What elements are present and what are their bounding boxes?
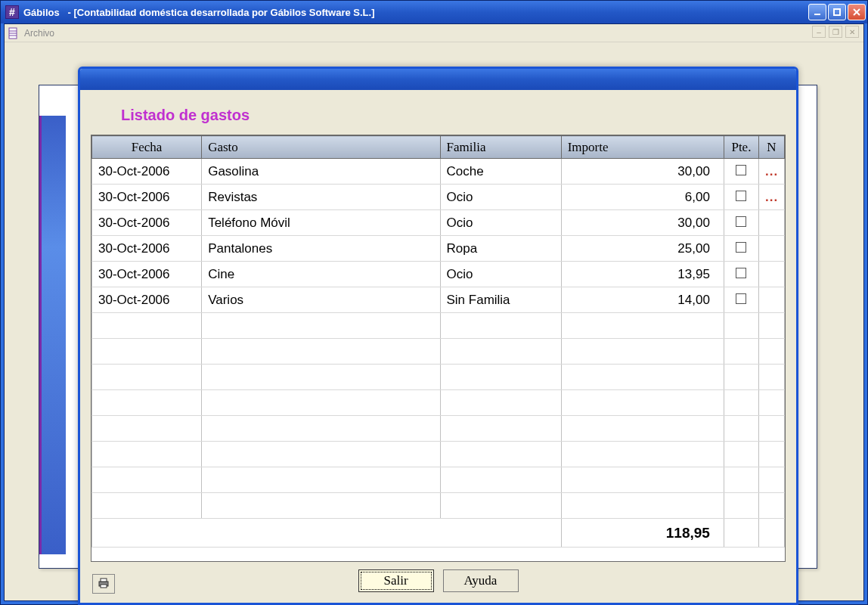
cell-note[interactable]: [758, 287, 784, 313]
checkbox-icon[interactable]: [736, 165, 746, 175]
table-row-empty: [92, 416, 785, 442]
cell-gasto: Teléfono Móvil: [202, 210, 440, 236]
cell-familia: Ocio: [440, 185, 561, 210]
dialog-button-row: Salir Ayuda: [91, 562, 786, 595]
table-row[interactable]: 30-Oct-2006GasolinaCoche30,00...: [92, 159, 785, 185]
cell-familia: Coche: [440, 159, 561, 185]
cell-importe: 6,00: [561, 185, 724, 210]
mdi-restore-button[interactable]: ❐: [829, 26, 842, 38]
cell-fecha: 30-Oct-2006: [92, 262, 202, 287]
table-row[interactable]: 30-Oct-2006VariosSin Familia14,00: [92, 287, 785, 313]
cell-familia: Ropa: [440, 236, 561, 262]
col-header-importe[interactable]: Importe: [561, 136, 724, 159]
app-icon: #: [5, 5, 19, 19]
expenses-table: Fecha Gasto Familia Importe Pte. N 30-Oc…: [91, 135, 785, 548]
client-area: Archivo – ❐ ✕ Listado de gastos: [4, 23, 864, 601]
svg-rect-10: [101, 585, 107, 588]
cell-gasto: Pantalones: [202, 236, 440, 262]
svg-rect-9: [101, 579, 107, 582]
cell-gasto: Varios: [202, 287, 440, 313]
checkbox-icon[interactable]: [736, 191, 746, 201]
table-row[interactable]: 30-Oct-2006PantalonesRopa25,00: [92, 236, 785, 262]
table-row-empty: [92, 442, 785, 467]
cell-note[interactable]: [758, 210, 784, 236]
cell-fecha: 30-Oct-2006: [92, 159, 202, 185]
dialog-body: Listado de gastos Fecha Gasto Familia: [80, 90, 796, 603]
checkbox-icon[interactable]: [736, 268, 746, 278]
table-row-empty: [92, 313, 785, 339]
mdi-close-button[interactable]: ✕: [845, 26, 859, 38]
cell-importe: 30,00: [561, 210, 724, 236]
menubar: Archivo – ❐ ✕: [5, 24, 863, 42]
menu-file[interactable]: Archivo: [24, 28, 54, 39]
table-row-empty: [92, 365, 785, 390]
ayuda-button[interactable]: Ayuda: [443, 569, 519, 592]
dialog-heading: Listado de gastos: [121, 107, 786, 124]
col-header-gasto[interactable]: Gasto: [202, 136, 440, 159]
cell-importe: 25,00: [561, 236, 724, 262]
cell-pte[interactable]: [724, 210, 758, 236]
cell-familia: Sin Familia: [440, 287, 561, 313]
printer-icon: [97, 577, 110, 591]
cell-importe: 14,00: [561, 287, 724, 313]
table-row-empty: [92, 493, 785, 519]
cell-fecha: 30-Oct-2006: [92, 236, 202, 262]
col-header-fecha[interactable]: Fecha: [92, 136, 202, 159]
cell-note[interactable]: ...: [758, 159, 784, 185]
table-row[interactable]: 30-Oct-2006Teléfono MóvilOcio30,00: [92, 210, 785, 236]
minimize-button[interactable]: [808, 4, 826, 20]
app-window: # Gábilos - [Contabilidad doméstica desa…: [0, 0, 868, 605]
app-subtitle: - [Contabilidad doméstica desarrollada p…: [68, 7, 375, 18]
col-header-familia[interactable]: Familia: [440, 136, 561, 159]
checkbox-icon[interactable]: [736, 242, 746, 253]
print-button[interactable]: [92, 574, 115, 594]
cell-pte[interactable]: [724, 185, 758, 210]
expenses-table-wrap: Fecha Gasto Familia Importe Pte. N 30-Oc…: [91, 135, 786, 562]
doc-icon: [8, 27, 20, 39]
cell-fecha: 30-Oct-2006: [92, 287, 202, 313]
cell-pte[interactable]: [724, 262, 758, 287]
cell-pte[interactable]: [724, 236, 758, 262]
salir-button[interactable]: Salir: [358, 569, 434, 592]
cell-fecha: 30-Oct-2006: [92, 210, 202, 236]
dialog-titlebar[interactable]: [80, 69, 796, 90]
window-title: Gábilos - [Contabilidad doméstica desarr…: [23, 7, 808, 18]
checkbox-icon[interactable]: [736, 293, 746, 304]
cell-gasto: Revistas: [202, 185, 440, 210]
col-header-n[interactable]: N: [758, 136, 784, 159]
cell-note[interactable]: [758, 262, 784, 287]
table-row-empty: [92, 467, 785, 493]
total-spacer: [92, 519, 562, 548]
cell-gasto: Gasolina: [202, 159, 440, 185]
cell-gasto: Cine: [202, 262, 440, 287]
cell-pte[interactable]: [724, 159, 758, 185]
table-row-empty: [92, 390, 785, 416]
titlebar: # Gábilos - [Contabilidad doméstica desa…: [1, 1, 867, 23]
cell-note[interactable]: ...: [758, 185, 784, 210]
svg-rect-1: [834, 9, 840, 15]
app-name: Gábilos: [23, 7, 60, 18]
maximize-button[interactable]: [828, 4, 846, 20]
checkbox-icon[interactable]: [736, 216, 746, 227]
cell-familia: Ocio: [440, 210, 561, 236]
background-sidebar: [39, 116, 66, 554]
total-value: 118,95: [561, 519, 724, 548]
cell-importe: 30,00: [561, 159, 724, 185]
close-button[interactable]: [848, 4, 866, 20]
cell-familia: Ocio: [440, 262, 561, 287]
col-header-pte[interactable]: Pte.: [724, 136, 758, 159]
cell-pte[interactable]: [724, 287, 758, 313]
expenses-dialog: Listado de gastos Fecha Gasto Familia: [78, 67, 798, 605]
mdi-minimize-button[interactable]: –: [812, 26, 826, 38]
table-row-empty: [92, 339, 785, 365]
cell-importe: 13,95: [561, 262, 724, 287]
cell-note[interactable]: [758, 236, 784, 262]
cell-fecha: 30-Oct-2006: [92, 185, 202, 210]
table-row[interactable]: 30-Oct-2006RevistasOcio6,00...: [92, 185, 785, 210]
table-row[interactable]: 30-Oct-2006CineOcio13,95: [92, 262, 785, 287]
